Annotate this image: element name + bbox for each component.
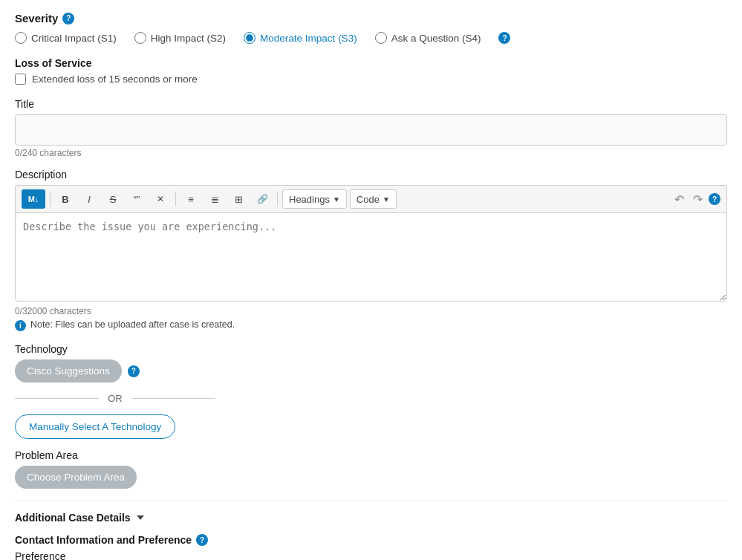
description-textarea[interactable]	[15, 212, 727, 302]
table-icon: ⊞	[235, 194, 243, 205]
loss-of-service-section: Loss of Service Extended loss of 15 seco…	[15, 57, 727, 85]
headings-chevron-icon: ▼	[333, 195, 340, 204]
severity-s2-option[interactable]: High Impact (S2)	[134, 32, 226, 44]
link-icon: 🔗	[257, 194, 268, 204]
file-upload-note: i Note: Files can be uploaded after case…	[15, 319, 727, 331]
description-char-count: 0/32000 characters	[15, 306, 727, 316]
technology-section: Technology Cisco Suggestions ? OR Manual…	[15, 343, 727, 439]
problem-area-section: Problem Area Choose Problem Area	[15, 449, 727, 489]
or-left-line	[15, 398, 99, 399]
additional-case-details-label: Additional Case Details	[15, 512, 131, 524]
ask-question-help-icon[interactable]: ?	[498, 32, 510, 44]
title-section: Title 0/240 characters	[15, 98, 727, 158]
toolbar-divider-1	[50, 192, 51, 206]
headings-label: Headings	[289, 194, 330, 205]
code-label: Code	[357, 194, 380, 205]
severity-s4-option[interactable]: Ask a Question (S4)	[375, 32, 481, 44]
title-input[interactable]	[15, 114, 727, 146]
extended-loss-checkbox[interactable]	[15, 74, 26, 85]
description-section: Description M↓ B I S “” ✕ ≡ ≣ ⊞ 🔗 Headin…	[15, 169, 727, 331]
severity-s2-radio[interactable]	[134, 32, 146, 44]
severity-s2-label: High Impact (S2)	[151, 33, 226, 44]
extended-loss-text: Extended loss of 15 seconds or more	[32, 74, 198, 85]
code-dropdown[interactable]: Code ▼	[350, 189, 397, 209]
contact-section: Contact Information and Preference ? Pre…	[15, 534, 727, 560]
additional-case-details-header[interactable]: Additional Case Details	[15, 512, 727, 524]
or-right-line	[131, 398, 215, 399]
severity-s1-label: Critical Impact (S1)	[31, 33, 117, 44]
italic-button[interactable]: I	[79, 189, 100, 209]
redo-button[interactable]: ↷	[690, 189, 706, 209]
contact-help-icon[interactable]: ?	[196, 534, 208, 546]
undo-button[interactable]: ↶	[671, 189, 687, 209]
toolbar-divider-3	[277, 192, 278, 206]
description-label: Description	[15, 169, 727, 180]
strikethrough-button[interactable]: S	[102, 189, 123, 209]
choose-problem-area-label: Choose Problem Area	[27, 472, 125, 483]
preference-label: Preference	[15, 550, 727, 560]
technology-label: Technology	[15, 343, 727, 355]
additional-case-details-section: Additional Case Details	[15, 501, 727, 524]
bold-button[interactable]: B	[55, 189, 76, 209]
severity-options: Critical Impact (S1) High Impact (S2) Mo…	[15, 32, 727, 44]
severity-s3-label: Moderate Impact (S3)	[260, 33, 357, 44]
contact-info-text: Contact Information and Preference	[15, 534, 192, 546]
link-button[interactable]: 🔗	[252, 189, 273, 209]
headings-dropdown[interactable]: Headings ▼	[282, 189, 347, 209]
clear-format-button[interactable]: ✕	[150, 189, 171, 209]
table-button[interactable]: ⊞	[228, 189, 249, 209]
cisco-suggestions-label: Cisco Suggestions	[27, 365, 110, 377]
editor-help-icon[interactable]: ?	[709, 193, 720, 205]
ol-icon: ≣	[211, 194, 219, 205]
md-mode-button[interactable]: M↓	[22, 189, 45, 209]
manually-select-technology-button[interactable]: Manually Select A Technology	[15, 414, 175, 439]
cisco-suggestions-button[interactable]: Cisco Suggestions	[15, 359, 122, 382]
severity-s3-option[interactable]: Moderate Impact (S3)	[244, 32, 357, 44]
severity-s1-option[interactable]: Critical Impact (S1)	[15, 32, 117, 44]
code-chevron-icon: ▼	[383, 195, 390, 204]
additional-case-details-chevron-icon	[137, 515, 144, 520]
extended-loss-checkbox-label[interactable]: Extended loss of 15 seconds or more	[15, 74, 727, 85]
severity-s4-radio[interactable]	[375, 32, 387, 44]
title-char-count: 0/240 characters	[15, 148, 727, 158]
choose-problem-area-button[interactable]: Choose Problem Area	[15, 466, 137, 489]
severity-title: Severity	[15, 12, 58, 25]
strikethrough-icon: S	[110, 194, 117, 205]
toolbar-divider-2	[175, 192, 176, 206]
manually-select-label: Manually Select A Technology	[29, 421, 161, 432]
severity-help-icon[interactable]: ?	[62, 13, 74, 25]
ordered-list-button[interactable]: ≣	[204, 189, 225, 209]
problem-area-label: Problem Area	[15, 449, 727, 461]
contact-info-label: Contact Information and Preference ?	[15, 534, 727, 546]
file-upload-note-text: Note: Files can be uploaded after case i…	[30, 319, 235, 330]
or-text: OR	[108, 393, 123, 404]
cisco-suggestions-row: Cisco Suggestions ?	[15, 359, 727, 382]
italic-icon: I	[88, 194, 91, 205]
clear-format-icon: ✕	[157, 194, 164, 204]
unordered-list-button[interactable]: ≡	[180, 189, 201, 209]
title-label: Title	[15, 98, 727, 110]
editor-toolbar: M↓ B I S “” ✕ ≡ ≣ ⊞ 🔗 Headings ▼ Code ▼	[15, 185, 727, 212]
severity-s4-label: Ask a Question (S4)	[391, 33, 481, 44]
severity-section-label: Severity ?	[15, 12, 727, 25]
info-icon: i	[15, 320, 26, 331]
loss-of-service-title: Loss of Service	[15, 57, 727, 69]
quote-button[interactable]: “”	[126, 189, 147, 209]
bold-icon: B	[62, 194, 68, 205]
or-divider: OR	[15, 393, 215, 404]
ul-icon: ≡	[188, 194, 194, 205]
technology-help-icon[interactable]: ?	[128, 365, 140, 377]
severity-s3-radio[interactable]	[244, 32, 256, 44]
severity-s1-radio[interactable]	[15, 32, 27, 44]
